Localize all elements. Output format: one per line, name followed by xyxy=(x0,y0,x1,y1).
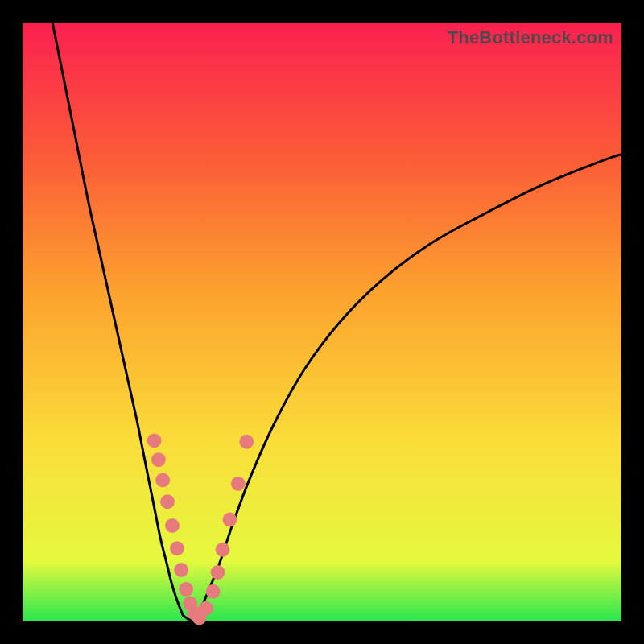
chart-svg xyxy=(23,23,621,621)
marker-dot xyxy=(147,433,162,448)
marker-dot xyxy=(239,435,254,449)
marker-dot xyxy=(222,513,237,527)
marker-dot xyxy=(211,565,225,580)
marker-dot xyxy=(165,518,180,533)
marker-dot xyxy=(170,541,184,555)
marker-dot xyxy=(174,563,188,577)
left-curve xyxy=(52,23,183,616)
plot-area: TheBottleneck.com xyxy=(23,23,621,621)
right-curve xyxy=(198,155,621,616)
marker-dot xyxy=(199,601,213,616)
marker-group xyxy=(147,433,254,625)
marker-dot xyxy=(160,494,175,509)
marker-dot xyxy=(155,473,170,487)
marker-dot xyxy=(206,584,221,599)
marker-dot xyxy=(151,452,166,467)
marker-dot xyxy=(179,582,193,597)
marker-dot xyxy=(231,477,246,491)
chart-frame: TheBottleneck.com xyxy=(0,0,644,644)
marker-dot xyxy=(216,543,230,557)
